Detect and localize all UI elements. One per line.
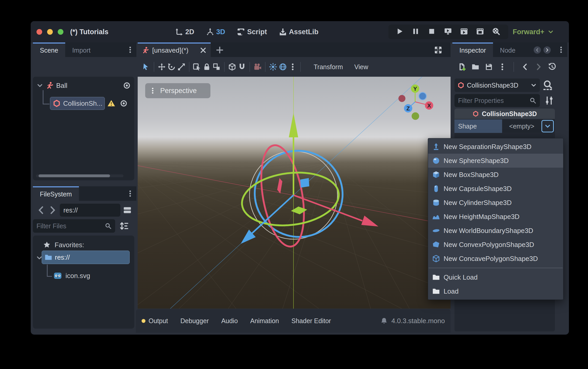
inspector-filter-input[interactable] (458, 97, 530, 104)
zoom-window-button[interactable] (58, 29, 63, 35)
split-view-icon[interactable] (123, 206, 132, 215)
preview-sun-button[interactable] (268, 62, 278, 72)
3d-viewport[interactable]: Y X Z Perspective (138, 77, 451, 309)
perspective-menu-button[interactable]: Perspective (145, 83, 210, 98)
prev-object-button[interactable] (534, 46, 541, 54)
fs-filter-field[interactable] (33, 219, 115, 233)
menu-new-cylindershape3d[interactable]: New CylinderShape3D (428, 196, 563, 210)
resource-options-button[interactable] (497, 62, 507, 72)
main-tab-assetlib[interactable]: AssetLib (279, 28, 319, 36)
inspector-section-header[interactable]: CollisionShape3D (454, 109, 555, 119)
tree-row-ball[interactable]: Ball (36, 80, 131, 91)
main-tab-script[interactable]: Script (237, 28, 267, 36)
scrollbar-thumb[interactable] (39, 174, 110, 177)
fs-row-icon-svg[interactable]: icon.svg (54, 270, 129, 282)
renderer-select[interactable]: Forward+ (513, 21, 554, 42)
fs-path-field[interactable] (60, 204, 120, 217)
tab-filesystem[interactable]: FileSystem (33, 186, 79, 201)
history-back-button[interactable] (520, 62, 530, 72)
menu-new-sphereshape3d[interactable]: New SphereShape3D (428, 154, 563, 168)
view-axis-neg-y[interactable] (412, 112, 419, 120)
property-shape-label[interactable]: Shape (454, 119, 502, 133)
fs-path-input[interactable] (63, 207, 117, 214)
resource-selector[interactable]: CollisionShape3D (454, 79, 540, 92)
chevron-down-icon[interactable] (36, 82, 43, 89)
view-menu[interactable]: View (349, 62, 374, 72)
bottom-panel-animation[interactable]: Animation (250, 317, 279, 325)
main-tab-3d[interactable]: 3D (206, 28, 225, 36)
history-forward-icon[interactable] (48, 205, 57, 215)
play-movie-button[interactable] (460, 27, 469, 36)
scene-dock-menu-button[interactable] (127, 46, 134, 53)
next-object-button[interactable] (543, 46, 551, 54)
movie-maker-button[interactable] (492, 27, 501, 36)
add-scene-tab-button[interactable] (215, 46, 224, 54)
minimize-window-button[interactable] (47, 29, 53, 35)
menu-new-capsuleshape3d[interactable]: New CapsuleShape3D (428, 182, 563, 196)
play-current-scene-button[interactable] (444, 27, 453, 36)
menu-new-boxshape3d[interactable]: New BoxShape3D (428, 168, 563, 182)
select-mode-button[interactable] (141, 62, 151, 72)
menu-new-worldboundaryshape3d[interactable]: New WorldBoundaryShape3D (428, 224, 563, 238)
play-button[interactable] (396, 27, 405, 36)
inspector-menu-button[interactable] (557, 46, 565, 53)
eye-icon[interactable] (123, 82, 131, 89)
filesystem-dock-menu-button[interactable] (127, 190, 134, 197)
preview-options-button[interactable] (288, 62, 298, 72)
stop-button[interactable] (428, 27, 437, 36)
scene-tree-scrollbar[interactable] (36, 174, 123, 177)
bottom-panel-shader-editor[interactable]: Shader Editor (291, 317, 331, 325)
fs-filter-input[interactable] (36, 222, 105, 230)
eye-icon[interactable] (120, 100, 128, 107)
menu-new-separationrayshape3d[interactable]: New SeparationRayShape3D (428, 140, 563, 154)
tab-node[interactable]: Node (493, 42, 523, 57)
inspector-filter-field[interactable] (454, 94, 540, 107)
play-custom-scene-button[interactable] (476, 27, 485, 36)
open-docs-button[interactable] (542, 80, 553, 90)
view-axis-neg-z[interactable] (419, 93, 427, 100)
close-window-button[interactable] (36, 29, 42, 35)
warning-icon[interactable] (107, 100, 115, 107)
list-select-button[interactable] (192, 62, 202, 72)
menu-quick-load[interactable]: Quick Load (428, 270, 563, 284)
view-axis-neg-x[interactable] (399, 95, 406, 102)
rotate-mode-button[interactable] (167, 62, 177, 72)
camera-preview-button[interactable] (253, 62, 262, 72)
object-history-button[interactable] (547, 62, 557, 72)
bottom-panel-debugger[interactable]: Debugger (180, 317, 209, 325)
load-resource-button[interactable] (471, 62, 480, 72)
bell-icon[interactable] (380, 317, 388, 325)
sort-icon[interactable] (119, 221, 129, 231)
lock-node-button[interactable] (202, 62, 212, 72)
bottom-panel-output[interactable]: Output (142, 317, 168, 325)
close-icon[interactable] (200, 47, 207, 54)
tab-scene[interactable]: Scene (33, 42, 65, 57)
menu-load[interactable]: Load (428, 284, 563, 298)
history-forward-button[interactable] (534, 62, 543, 72)
tab-import[interactable]: Import (65, 42, 98, 57)
property-shape-dropdown-button[interactable] (541, 120, 554, 132)
group-node-button[interactable] (212, 62, 222, 72)
scale-mode-button[interactable] (177, 62, 186, 72)
local-space-button[interactable] (227, 62, 237, 72)
menu-new-heightmapshape3d[interactable]: New HeightMapShape3D (428, 210, 563, 224)
scene-tab-unsaved[interactable]: [unsaved](*) (138, 42, 211, 57)
history-back-icon[interactable] (36, 205, 46, 215)
pause-button[interactable] (412, 27, 421, 36)
new-resource-button[interactable] (457, 62, 467, 72)
expand-viewport-button[interactable] (434, 46, 442, 54)
menu-new-concavepolygonshape3d[interactable]: New ConcavePolygonShape3D (428, 252, 563, 266)
property-tools-button[interactable] (544, 96, 554, 105)
tree-row-collisionshape-selected[interactable]: CollisionSh... (50, 97, 105, 110)
move-mode-button[interactable] (157, 62, 167, 72)
favorites-row[interactable]: Favorites: (43, 240, 129, 250)
bottom-panel-audio[interactable]: Audio (221, 317, 238, 325)
gizmo-z-plane-handle[interactable] (300, 178, 309, 188)
property-shape-value[interactable]: <empty> (503, 120, 541, 132)
save-resource-button[interactable] (484, 62, 494, 72)
preview-environment-button[interactable] (278, 62, 288, 72)
menu-new-convexpolygonshape3d[interactable]: New ConvexPolygonShape3D (428, 238, 563, 252)
snap-toggle-button[interactable] (237, 62, 247, 72)
transform-menu[interactable]: Transform (308, 62, 349, 72)
tab-inspector[interactable]: Inspector (452, 42, 493, 57)
